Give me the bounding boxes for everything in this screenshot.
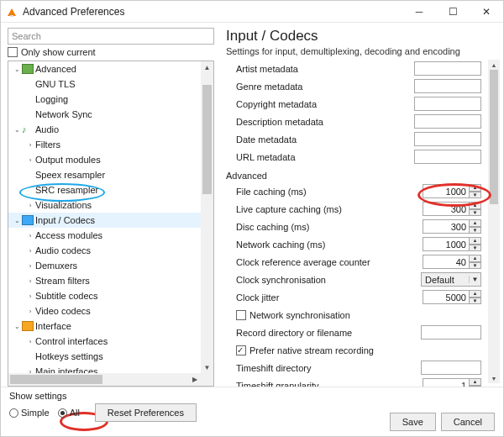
tree[interactable]: ⌄AdvancedGNU TLSLoggingNetwork Sync⌄♪Aud… bbox=[8, 61, 214, 387]
tree-item[interactable]: Speex resampler bbox=[8, 167, 213, 182]
tree-item[interactable]: SRC resampler bbox=[8, 182, 213, 197]
copyright-metadata-input[interactable] bbox=[414, 97, 481, 111]
tree-item[interactable]: ›Visualizations bbox=[8, 197, 213, 213]
tree-expander-icon[interactable]: ⌄ bbox=[12, 126, 22, 134]
spin-up-icon[interactable]: ▲ bbox=[470, 255, 481, 262]
cod-icon bbox=[22, 215, 34, 225]
tree-item-label: Control interfaces bbox=[35, 336, 108, 346]
tree-expander-icon[interactable]: ⌄ bbox=[12, 323, 22, 330]
tree-item[interactable]: ›Control interfaces bbox=[8, 334, 213, 349]
form-row: Date metadata bbox=[226, 130, 481, 148]
spin-down-icon[interactable]: ▼ bbox=[470, 297, 481, 305]
spinbox-value[interactable]: -1 bbox=[423, 378, 470, 387]
spin-down-icon[interactable]: ▼ bbox=[470, 227, 481, 234]
spin-up-icon[interactable]: ▲ bbox=[470, 202, 481, 209]
search-input[interactable]: Search bbox=[8, 28, 214, 45]
tree-expander-icon[interactable]: › bbox=[25, 338, 35, 345]
prefer-native-checkbox[interactable]: Prefer native stream recording bbox=[236, 345, 374, 355]
tree-item[interactable]: ›Filters bbox=[8, 137, 213, 152]
spinbox-value[interactable]: 1000 bbox=[423, 184, 470, 198]
tree-scrollbar-horizontal[interactable]: ◀▶ bbox=[8, 373, 201, 386]
tree-expander-icon[interactable]: › bbox=[25, 247, 35, 255]
timeshift-gran-spinbox[interactable]: -1▲▼ bbox=[423, 378, 481, 387]
chevron-down-icon[interactable]: ▼ bbox=[469, 276, 480, 283]
form-row: Description metadata bbox=[226, 113, 481, 130]
radio-all[interactable]: All bbox=[58, 408, 80, 418]
tree-item[interactable]: ›Audio codecs bbox=[8, 243, 213, 258]
artist-metadata-input[interactable] bbox=[414, 61, 481, 76]
network-sync-checkbox[interactable]: Network synchronisation bbox=[236, 310, 350, 320]
spinbox-value[interactable]: 1000 bbox=[423, 237, 470, 251]
live-caching-spinbox[interactable]: 300▲▼ bbox=[423, 202, 481, 216]
tree-expander-icon[interactable]: ⌄ bbox=[12, 66, 22, 73]
tree-item[interactable]: ›Access modules bbox=[8, 228, 213, 243]
form-row: Artist metadata bbox=[226, 60, 481, 77]
tree-expander-icon[interactable]: ⌄ bbox=[12, 217, 22, 224]
spin-up-icon[interactable]: ▲ bbox=[470, 378, 481, 386]
file-caching-spinbox[interactable]: 1000▲▼ bbox=[423, 184, 481, 198]
combo-value: Default bbox=[422, 275, 469, 285]
spinbox-value[interactable]: 300 bbox=[423, 202, 470, 216]
form-row: Copyright metadata bbox=[226, 95, 481, 113]
tree-item[interactable]: ⌄Input / Codecs bbox=[8, 213, 213, 228]
checkbox[interactable] bbox=[236, 345, 246, 355]
spinbox-value[interactable]: 5000 bbox=[423, 290, 470, 304]
spin-down-icon[interactable]: ▼ bbox=[470, 245, 481, 252]
close-button[interactable]: ✕ bbox=[470, 1, 503, 22]
tree-expander-icon[interactable]: › bbox=[25, 156, 35, 164]
tree-item[interactable]: ›Stream filters bbox=[8, 273, 213, 288]
tree-expander-icon[interactable]: › bbox=[25, 202, 35, 209]
date-metadata-input[interactable] bbox=[414, 132, 481, 146]
tree-item[interactable]: Hotkeys settings bbox=[8, 349, 213, 364]
tree-item[interactable]: Logging bbox=[8, 92, 213, 107]
tree-item[interactable]: ⌄♪Audio bbox=[8, 122, 213, 137]
description-metadata-input[interactable] bbox=[414, 114, 481, 129]
tree-expander-icon[interactable]: › bbox=[25, 277, 35, 285]
tree-scrollbar-vertical[interactable]: ▲▼ bbox=[201, 61, 213, 386]
timeshift-dir-input[interactable] bbox=[421, 361, 481, 375]
tree-expander-icon[interactable]: › bbox=[25, 262, 35, 270]
tree-item[interactable]: GNU TLS bbox=[8, 76, 213, 92]
field-label: URL metadata bbox=[236, 152, 414, 162]
tree-item[interactable]: ›Subtitle codecs bbox=[8, 288, 213, 303]
maximize-button[interactable]: ☐ bbox=[436, 1, 470, 22]
spin-down-icon[interactable]: ▼ bbox=[470, 209, 481, 217]
tree-item[interactable]: ›Video codecs bbox=[8, 303, 213, 319]
spinbox-value[interactable]: 300 bbox=[423, 219, 470, 234]
clock-sync-combo[interactable]: Default▼ bbox=[421, 272, 481, 287]
genre-metadata-input[interactable] bbox=[414, 79, 481, 93]
spin-up-icon[interactable]: ▲ bbox=[470, 290, 481, 297]
save-button[interactable]: Save bbox=[390, 413, 436, 431]
tree-item[interactable]: ⌄Interface bbox=[8, 319, 213, 334]
url-metadata-input[interactable] bbox=[414, 150, 481, 164]
cancel-button[interactable]: Cancel bbox=[441, 413, 495, 431]
record-dir-input[interactable] bbox=[421, 325, 481, 340]
spin-down-icon[interactable]: ▼ bbox=[470, 262, 481, 270]
spinbox-value[interactable]: 40 bbox=[423, 255, 470, 269]
tree-expander-icon[interactable]: › bbox=[25, 292, 35, 300]
radio-simple[interactable]: Simple bbox=[9, 408, 50, 418]
tree-expander-icon[interactable]: › bbox=[25, 232, 35, 240]
tree-item[interactable]: ›Demuxers bbox=[8, 258, 213, 273]
spin-up-icon[interactable]: ▲ bbox=[470, 237, 481, 245]
spin-up-icon[interactable]: ▲ bbox=[470, 184, 481, 192]
tree-expander-icon[interactable]: › bbox=[25, 308, 35, 315]
disc-caching-spinbox[interactable]: 300▲▼ bbox=[423, 219, 481, 234]
panel-scrollbar-vertical[interactable]: ▲▼ bbox=[488, 60, 500, 383]
spin-down-icon[interactable]: ▼ bbox=[470, 192, 481, 199]
checkbox[interactable] bbox=[236, 310, 246, 320]
clock-ref-spinbox[interactable]: 40▲▼ bbox=[423, 255, 481, 269]
clock-jitter-spinbox[interactable]: 5000▲▼ bbox=[423, 290, 481, 304]
only-show-current-checkbox[interactable] bbox=[8, 47, 18, 57]
tree-item[interactable]: ⌄Advanced bbox=[8, 61, 213, 76]
tree-item[interactable]: ›Output modules bbox=[8, 152, 213, 167]
tree-expander-icon[interactable]: › bbox=[25, 141, 35, 149]
network-caching-spinbox[interactable]: 1000▲▼ bbox=[423, 237, 481, 251]
field-label: Clock jitter bbox=[236, 292, 423, 303]
reset-preferences-button[interactable]: Reset Preferences bbox=[95, 403, 197, 422]
minimize-button[interactable]: ─ bbox=[402, 1, 436, 22]
form-row: Clock reference average counter40▲▼ bbox=[226, 253, 481, 271]
spin-up-icon[interactable]: ▲ bbox=[470, 219, 481, 227]
show-settings-label: Show settings bbox=[9, 391, 66, 401]
tree-item[interactable]: Network Sync bbox=[8, 107, 213, 122]
